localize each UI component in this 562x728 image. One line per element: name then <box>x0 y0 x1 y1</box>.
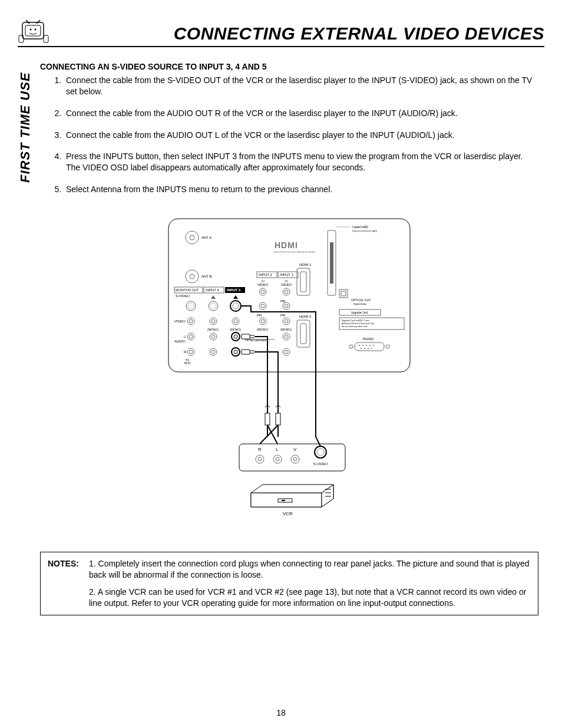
label-mono4: (MONO) <box>280 328 292 331</box>
svg-rect-68 <box>242 350 250 354</box>
svg-rect-14 <box>300 272 306 292</box>
svg-point-11 <box>186 270 199 283</box>
label-cablecard2: (Top of card faces right) <box>352 229 378 232</box>
label-input4: INPUT 4 <box>206 288 220 292</box>
label-monitor-out: MONITOR OUT <box>176 288 199 292</box>
label-pr: PR <box>257 314 262 317</box>
svg-point-59 <box>210 348 217 355</box>
svg-point-45 <box>261 319 265 323</box>
svg-rect-16 <box>300 324 306 344</box>
label-input1: INPUT 1 <box>280 273 294 276</box>
step-item: Connect the cable from the AUDIO OUT R o… <box>64 108 538 119</box>
svg-point-96 <box>258 457 262 461</box>
svg-point-58 <box>189 350 193 354</box>
svg-point-25 <box>210 303 216 309</box>
label-tohifi2: HI-FI <box>184 361 190 365</box>
svg-point-52 <box>232 332 240 341</box>
svg-point-50 <box>210 333 217 340</box>
label-hdmi2: HDMI 2 <box>299 315 312 318</box>
svg-point-42 <box>232 318 239 325</box>
svg-point-98 <box>276 457 279 461</box>
svg-point-2 <box>30 29 32 31</box>
svg-point-89 <box>386 345 389 348</box>
label-mono3: (MONO) <box>257 328 268 331</box>
svg-point-40 <box>210 318 217 325</box>
step-item: Select Antenna from the INPUTS menu to r… <box>64 184 538 195</box>
page-header: CONNECTING EXTERNAL VIDEO DEVICES <box>18 18 544 47</box>
svg-point-31 <box>261 290 265 294</box>
svg-point-54 <box>283 333 290 340</box>
svg-point-99 <box>291 455 299 463</box>
notes-box: NOTES: 1. Completely insert the connecti… <box>40 552 538 615</box>
svg-point-86 <box>368 348 369 349</box>
note-item: 1. Completely insert the connection cord… <box>89 558 531 581</box>
svg-point-30 <box>259 288 266 295</box>
svg-point-51 <box>211 335 215 338</box>
svg-marker-28 <box>211 295 216 299</box>
svg-point-82 <box>369 345 371 346</box>
svg-point-97 <box>273 455 282 463</box>
svg-point-84 <box>361 348 362 349</box>
svg-point-27 <box>233 303 239 309</box>
step-list: Connect the cable from the S-VIDEO OUT o… <box>40 75 538 195</box>
label-service1: Upgrade Card for ATSC Tuner <box>342 319 370 322</box>
notes-label: NOTES: <box>48 558 89 609</box>
svg-rect-107 <box>282 500 285 501</box>
page-number: 18 <box>0 708 562 717</box>
label-ant-a: ANT A <box>201 236 211 239</box>
svg-point-36 <box>283 302 290 309</box>
step-item: Connect the cable from the AUDIO OUT L o… <box>64 130 538 141</box>
svg-point-35 <box>261 304 265 308</box>
svg-point-39 <box>189 319 193 323</box>
label-pb: PB <box>280 299 285 303</box>
label-upgrade: Upgrade Card <box>351 311 368 314</box>
svg-point-43 <box>234 319 237 323</box>
svg-point-80 <box>362 345 363 346</box>
svg-point-81 <box>366 345 367 346</box>
svg-point-41 <box>211 319 215 323</box>
svg-rect-13 <box>297 268 310 295</box>
main-content: CONNECTING AN S-VIDEO SOURCE TO INPUT 3,… <box>40 61 538 615</box>
label-rs232c: RS232C <box>363 337 374 341</box>
label-yvideo4: VIDEO <box>281 283 292 286</box>
svg-point-32 <box>283 288 290 295</box>
label-input2: INPUT 2 <box>259 273 273 276</box>
svg-point-61 <box>232 348 240 356</box>
svg-rect-75 <box>341 291 346 296</box>
label-l: L <box>184 335 186 338</box>
hdmi-sub: HIGH-DEFINITION MULTIMEDIA INTERFACE <box>273 251 316 253</box>
svg-point-48 <box>187 333 194 340</box>
svg-point-102 <box>317 449 324 456</box>
label-cablecard: CableCARD <box>352 225 369 229</box>
svg-point-3 <box>35 29 37 31</box>
svg-point-10 <box>190 235 194 240</box>
svg-point-95 <box>256 455 264 463</box>
label-optical: OPTICAL OUT <box>351 298 371 302</box>
svg-rect-74 <box>339 289 348 298</box>
svg-rect-90 <box>265 413 270 425</box>
svg-point-37 <box>285 304 288 308</box>
label-ant-b: ANT B <box>201 275 212 278</box>
svg-line-105 <box>316 437 320 446</box>
svg-point-62 <box>234 350 237 354</box>
svg-point-79 <box>359 345 360 346</box>
svg-point-38 <box>187 318 194 325</box>
svg-rect-65 <box>242 334 250 339</box>
svg-rect-6 <box>19 35 24 42</box>
svg-rect-72 <box>330 242 333 284</box>
svg-point-55 <box>285 335 288 338</box>
svg-point-101 <box>315 446 326 458</box>
svg-point-88 <box>349 345 353 348</box>
svg-rect-15 <box>297 320 310 347</box>
svg-point-49 <box>189 335 193 338</box>
svg-point-23 <box>188 303 194 309</box>
label-mono1: (MONO) <box>207 328 219 331</box>
label-optical2: Digital Audio <box>353 302 367 305</box>
label-pr2: PR <box>280 314 286 317</box>
step-item: Press the INPUTS button, then select INP… <box>64 151 538 173</box>
tv-mascot-icon <box>18 18 49 44</box>
svg-point-12 <box>190 274 194 279</box>
label-service3: Do not insert any other card. <box>342 325 368 328</box>
vcr-svideo: S-VIDEO <box>313 462 328 466</box>
svg-rect-78 <box>355 342 384 351</box>
